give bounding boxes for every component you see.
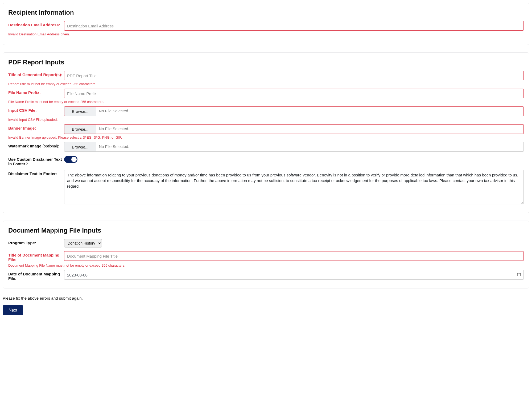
disclaimer-toggle-label: Use Custom Disclaimer Text in Footer? <box>8 155 64 166</box>
mapping-card: Document Mapping File Inputs Program Typ… <box>3 221 529 288</box>
disclaimer-text-label: Disclaimer Text in Footer: <box>8 170 64 176</box>
mapping-date-label: Date of Document Mapping File: <box>8 270 64 281</box>
destination-email-error: Invalid Destination Email Address given. <box>8 32 524 36</box>
banner-error: Invalid Banner Image uploaded. Please se… <box>8 135 524 139</box>
watermark-file-picker: Browse... No File Selected. <box>64 142 524 152</box>
report-title-error: Report Title must not be empty or exceed… <box>8 82 524 86</box>
banner-label: Banner Image: <box>8 124 64 130</box>
mapping-title-label: Title of Document Mapping File: <box>8 251 64 262</box>
mapping-title-input[interactable] <box>64 251 524 261</box>
program-type-select[interactable]: Donation History <box>64 239 102 247</box>
watermark-browse-button[interactable]: Browse... <box>64 142 96 151</box>
mapping-date-row: Date of Document Mapping File: <box>8 270 524 281</box>
recipient-title: Recipient Information <box>8 9 524 16</box>
disclaimer-textarea[interactable] <box>64 170 524 204</box>
banner-browse-button[interactable]: Browse... <box>64 125 96 134</box>
mapping-title: Document Mapping File Inputs <box>8 227 524 234</box>
banner-file-status: No File Selected. <box>96 125 132 134</box>
csv-error: Invalid Input CSV File uploaded. <box>8 118 524 122</box>
pdf-inputs-card: PDF Report Inputs Title of Generated Rep… <box>3 52 529 213</box>
banner-file-picker: Browse... No File Selected. <box>64 124 524 134</box>
csv-file-picker: Browse... No File Selected. <box>64 106 524 116</box>
file-prefix-error: File Name Prefix must not be empty or ex… <box>8 100 524 104</box>
file-prefix-row: File Name Prefix: <box>8 89 524 98</box>
mapping-date-input[interactable] <box>64 270 524 280</box>
mapping-title-row: Title of Document Mapping File: <box>8 251 524 262</box>
report-title-row: Title of Generated Report(s): <box>8 71 524 80</box>
program-type-label: Program Type: <box>8 239 64 245</box>
report-title-input[interactable] <box>64 71 524 80</box>
watermark-optional-text: (optional): <box>43 144 59 148</box>
recipient-card: Recipient Information Destination Email … <box>3 3 529 45</box>
watermark-label-text: Watermark Image <box>8 144 43 148</box>
disclaimer-toggle[interactable] <box>64 156 77 163</box>
csv-label: Input CSV File: <box>8 106 64 113</box>
csv-browse-button[interactable]: Browse... <box>64 107 96 116</box>
csv-row: Input CSV File: Browse... No File Select… <box>8 106 524 116</box>
file-prefix-input[interactable] <box>64 89 524 98</box>
mapping-title-error: Document Mapping File Name must not be e… <box>8 263 524 267</box>
watermark-file-status: No File Selected. <box>96 142 132 151</box>
destination-email-label: Destination Email Address: <box>8 21 64 27</box>
pdf-inputs-title: PDF Report Inputs <box>8 59 524 66</box>
watermark-label: Watermark Image (optional): <box>8 142 64 148</box>
program-type-row: Program Type: Donation History <box>8 239 524 247</box>
destination-email-row: Destination Email Address: <box>8 21 524 31</box>
disclaimer-text-row: Disclaimer Text in Footer: <box>8 170 524 205</box>
watermark-row: Watermark Image (optional): Browse... No… <box>8 142 524 152</box>
csv-file-status: No File Selected. <box>96 107 132 116</box>
file-prefix-label: File Name Prefix: <box>8 89 64 95</box>
toggle-knob-icon <box>71 157 77 162</box>
banner-row: Banner Image: Browse... No File Selected… <box>8 124 524 134</box>
next-button[interactable]: Next <box>3 305 23 315</box>
destination-email-input[interactable] <box>64 21 524 31</box>
report-title-label: Title of Generated Report(s): <box>8 71 64 77</box>
global-error-message: Please fix the above errors and submit a… <box>3 296 529 300</box>
disclaimer-toggle-row: Use Custom Disclaimer Text in Footer? <box>8 155 524 166</box>
